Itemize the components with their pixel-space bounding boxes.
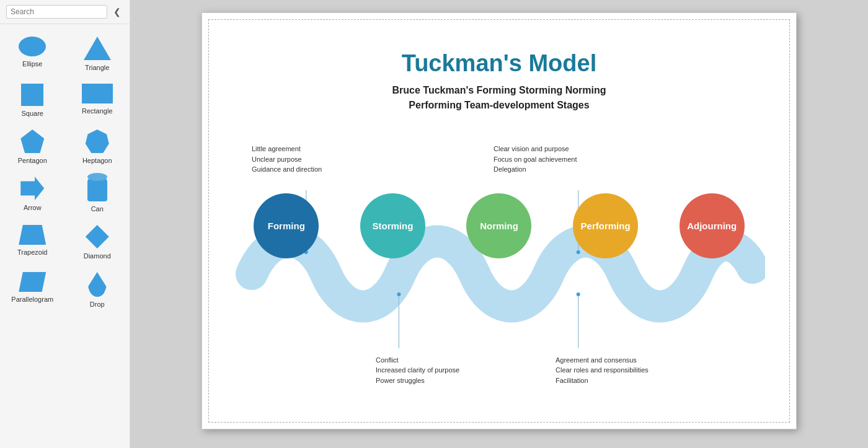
svg-point-7 [577,292,580,296]
stage-forming-label: Forming [268,221,305,231]
annotation-top-left: Little agreement Unclear purpose Guidanc… [252,144,322,175]
sidebar-header: ❮ [0,0,130,24]
square-icon [21,84,43,106]
shape-label-parallelogram: Parallelogram [11,296,53,303]
arrow-icon [20,177,44,200]
diamond-icon [86,225,109,248]
annotation-br-line2: Clear roles and responsibilities [556,366,649,374]
sidebar: ❮ Ellipse Triangle Square Rectangle Pent… [0,0,130,448]
stage-storming-label: Storming [372,221,413,231]
annotation-bottom-right: Agreement and consensus Clear roles and … [556,355,649,386]
shape-item-drop[interactable]: Drop [65,266,130,314]
annotation-tl-line1: Little agreement [252,145,301,152]
stage-adjourning[interactable]: Adjourning [680,193,745,258]
annotation-tr-line3: Delegation [494,165,526,173]
search-input[interactable] [11,7,103,16]
shape-label-rectangle: Rectangle [82,107,113,115]
annotation-tr-line1: Clear vision and purpose [494,145,569,152]
annotation-tr-line2: Focus on goal achievement [494,156,577,163]
diagram-area: Little agreement Unclear purpose Guidanc… [233,144,765,404]
stage-norming-label: Norming [480,221,518,231]
stage-performing[interactable]: Performing [573,193,638,258]
stage-adjourning-label: Adjourning [687,221,737,231]
circles-row: Forming Storming Norming Performing Adjo… [233,193,765,258]
main-canvas: Tuckman's Model Bruce Tuckman's Forming … [130,0,868,448]
stage-forming[interactable]: Forming [254,193,319,258]
annotation-bc-line2: Increased clarity of purpose [376,366,459,374]
shape-item-rectangle[interactable]: Rectangle [65,77,130,123]
drop-icon [88,272,107,297]
annotation-br-line1: Agreement and consensus [556,356,637,364]
document-title: Tuckman's Model [233,50,765,77]
stage-performing-label: Performing [581,221,631,231]
annotation-bc-line1: Conflict [376,356,399,364]
shape-label-trapezoid: Trapezoid [17,248,48,256]
shape-item-trapezoid[interactable]: Trapezoid [0,219,65,266]
document-subtitle: Bruce Tuckman's Forming Storming Norming… [233,83,765,113]
shape-label-ellipse: Ellipse [22,60,42,68]
annotation-bc-line3: Power struggles [376,377,425,384]
search-bar[interactable] [6,5,107,19]
shape-item-can[interactable]: Can [65,170,130,219]
svg-point-5 [397,292,401,296]
shape-label-triangle: Triangle [85,64,109,71]
document: Tuckman's Model Bruce Tuckman's Forming … [202,12,797,429]
shape-label-heptagon: Heptagon [82,157,112,164]
parallelogram-icon [19,272,46,292]
shape-label-diamond: Diamond [84,252,111,260]
triangle-icon [84,37,111,60]
annotation-top-right: Clear vision and purpose Focus on goal a… [494,144,577,175]
shape-label-arrow: Arrow [24,204,42,211]
trapezoid-icon [19,225,46,245]
shape-label-drop: Drop [90,301,105,308]
shape-label-can: Can [91,205,104,213]
heptagon-icon [86,130,109,153]
shape-item-square[interactable]: Square [0,77,65,123]
annotation-tl-line2: Unclear purpose [252,156,302,163]
shape-item-ellipse[interactable]: Ellipse [0,30,65,77]
subtitle-line1: Bruce Tuckman's Forming Storming Norming [392,85,606,95]
annotation-br-line3: Facilitation [556,377,588,384]
shape-item-arrow[interactable]: Arrow [0,170,65,219]
stage-storming[interactable]: Storming [360,193,425,258]
stage-norming[interactable]: Norming [466,193,531,258]
shape-item-triangle[interactable]: Triangle [65,30,130,77]
shape-item-diamond[interactable]: Diamond [65,219,130,266]
shape-item-heptagon[interactable]: Heptagon [65,123,130,170]
ellipse-icon [19,37,46,56]
subtitle-line2: Performing Team-development Stages [409,100,589,110]
collapse-button[interactable]: ❮ [111,6,123,18]
annotation-bottom-center: Conflict Increased clarity of purpose Po… [376,355,459,386]
rectangle-icon [82,84,113,103]
shape-label-square: Square [22,110,43,117]
shape-label-pentagon: Pentagon [18,157,47,164]
shape-item-parallelogram[interactable]: Parallelogram [0,266,65,314]
shapes-grid: Ellipse Triangle Square Rectangle Pentag… [0,24,130,320]
shape-item-pentagon[interactable]: Pentagon [0,123,65,170]
annotation-tl-line3: Guidance and direction [252,165,322,173]
can-icon [87,177,107,201]
pentagon-icon [20,130,44,153]
connector-lines [233,144,765,404]
